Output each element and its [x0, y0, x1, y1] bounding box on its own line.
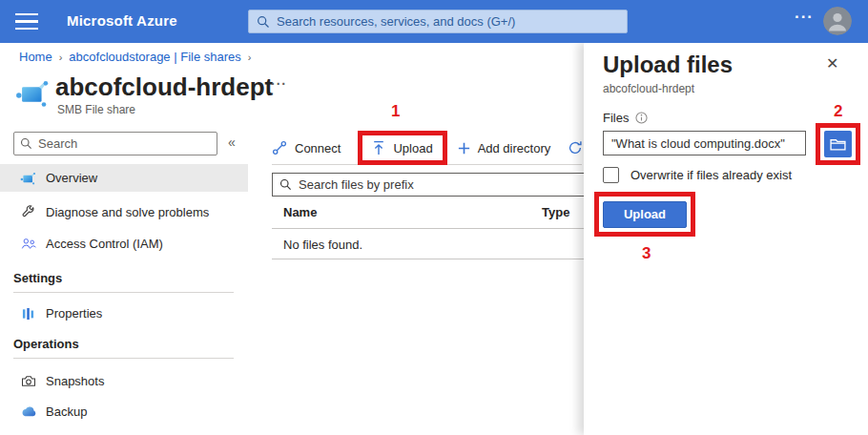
more-options-icon[interactable]: ···	[795, 8, 814, 27]
add-directory-button[interactable]: Add directory	[458, 141, 551, 155]
annotation-step-1: 1	[391, 102, 400, 121]
browse-files-button[interactable]	[824, 131, 852, 157]
breadcrumb-fileshares-link[interactable]: abcofcloudstorage | File shares	[69, 50, 240, 64]
cloud-backup-icon	[20, 406, 36, 417]
sidebar-search[interactable]	[13, 132, 217, 155]
collapse-sidebar-icon[interactable]: «	[228, 135, 236, 150]
annotation-box-upload: Upload	[358, 131, 446, 165]
search-icon	[20, 137, 32, 150]
panel-title: Upload files	[603, 52, 733, 78]
overwrite-option[interactable]: Overwrite if files already exist	[603, 167, 792, 183]
sidebar-item-label: Diagnose and solve problems	[46, 205, 209, 219]
sidebar-item-overview[interactable]: Overview	[0, 164, 248, 192]
file-name-input[interactable]	[603, 131, 806, 155]
sidebar-item-diagnose[interactable]: Diagnose and solve problems	[0, 198, 248, 226]
chevron-right-icon: ›	[248, 52, 252, 63]
search-icon	[279, 178, 292, 191]
annotation-step-2: 2	[834, 102, 842, 121]
search-icon	[257, 15, 270, 29]
upload-icon	[372, 140, 385, 155]
empty-files-message: No files found.	[283, 238, 362, 252]
title-more-options-icon[interactable]: ···	[271, 76, 287, 92]
brand-title: Microsoft Azure	[67, 12, 177, 29]
file-share-icon	[14, 79, 51, 108]
sidebar-item-access-control[interactable]: Access Control (IAM)	[0, 230, 248, 258]
panel-subtitle: abcofcloud-hrdept	[603, 82, 694, 95]
refresh-icon	[568, 140, 583, 155]
sidebar-item-label: Backup	[46, 404, 87, 419]
sidebar-item-label: Snapshots	[46, 374, 104, 388]
file-share-icon	[20, 172, 36, 185]
column-header-name[interactable]: Name	[283, 205, 317, 219]
azure-portal-page: Microsoft Azure ··· Home › abcofcloudsto…	[0, 0, 868, 435]
sidebar-item-label: Overview	[46, 171, 97, 185]
upload-submit-button[interactable]: Upload	[603, 201, 687, 228]
divider	[13, 358, 234, 359]
snapshot-camera-icon	[20, 375, 36, 387]
overwrite-checkbox[interactable]	[603, 167, 619, 183]
breadcrumb: Home › abcofcloudstorage | File shares ›	[19, 50, 251, 64]
people-icon	[20, 238, 36, 250]
sidebar-section-settings: Settings	[13, 271, 62, 285]
files-prefix-search-input[interactable]	[299, 177, 579, 192]
avatar[interactable]	[823, 7, 852, 35]
upload-button[interactable]: Upload	[372, 140, 432, 155]
page-subtitle: SMB File share	[57, 103, 135, 116]
close-icon[interactable]: ✕	[826, 54, 838, 72]
info-icon[interactable]	[635, 112, 648, 124]
sidebar-item-label: Properties	[46, 306, 102, 321]
sidebar-section-operations: Operations	[13, 337, 79, 351]
chevron-right-icon: ›	[59, 52, 63, 63]
divider	[272, 228, 587, 229]
annotation-step-3: 3	[642, 244, 651, 263]
column-header-type[interactable]: Type	[542, 205, 569, 219]
wrench-icon	[20, 205, 36, 219]
upload-files-panel: Upload files ✕ abcofcloud-hrdept Files 2	[584, 43, 868, 435]
top-bar: Microsoft Azure ···	[0, 0, 868, 43]
overwrite-label: Overwrite if files already exist	[630, 168, 792, 182]
global-search-input[interactable]	[277, 14, 619, 29]
sidebar-search-input[interactable]	[38, 136, 211, 151]
files-prefix-search[interactable]	[272, 173, 587, 197]
sidebar-item-properties[interactable]: Properties	[0, 300, 248, 327]
files-field-label: Files	[603, 111, 648, 125]
connect-icon	[272, 140, 287, 155]
divider	[272, 259, 587, 259]
page-title: abcofcloud-hrdept	[55, 72, 273, 102]
sidebar-item-label: Access Control (IAM)	[46, 237, 163, 251]
connect-button[interactable]: Connect	[272, 140, 341, 155]
sidebar-item-backup[interactable]: Backup	[0, 398, 248, 425]
divider	[13, 292, 234, 293]
annotation-box-upload-submit: Upload	[594, 192, 695, 237]
breadcrumb-home-link[interactable]: Home	[19, 50, 52, 64]
global-search[interactable]	[248, 10, 628, 33]
sidebar-item-snapshots[interactable]: Snapshots	[0, 367, 248, 395]
menu-icon[interactable]	[15, 13, 38, 30]
annotation-box-browse	[816, 123, 860, 165]
plus-icon	[458, 142, 470, 155]
properties-bars-icon	[20, 307, 36, 321]
folder-icon	[830, 138, 846, 151]
command-bar: Connect Upload Add directory	[272, 130, 600, 166]
